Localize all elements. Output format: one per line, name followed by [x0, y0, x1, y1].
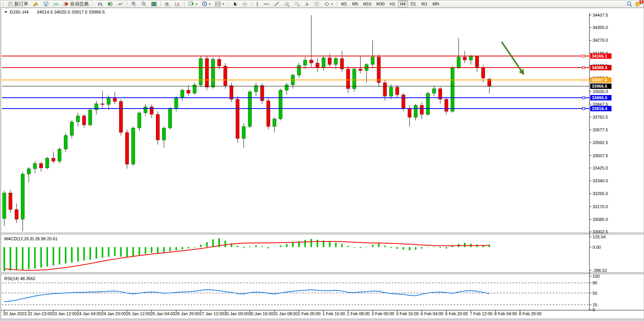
candle-up — [33, 163, 37, 169]
toolbar-separator — [337, 1, 337, 7]
hline-price-label: 34089.4 — [592, 65, 608, 70]
candle-up — [322, 58, 325, 67]
toolbar-separator — [251, 1, 252, 7]
fibonacci-button[interactable]: F — [292, 0, 302, 8]
arrows-tool-icon — [324, 2, 330, 7]
rsi-tick-label: 100 — [593, 274, 600, 279]
candle-down — [463, 57, 466, 60]
add-indicator-icon — [188, 1, 194, 7]
timeframe-button-m5[interactable]: M5 — [350, 0, 360, 7]
toolbar-grip[interactable] — [227, 1, 229, 7]
market-watch-button[interactable] — [41, 0, 51, 8]
cursor-button[interactable] — [231, 0, 239, 8]
arrows-button[interactable]: ▾ — [322, 0, 335, 8]
text-button[interactable]: A — [303, 0, 311, 8]
zoom-in-button[interactable] — [129, 0, 138, 8]
paint-bucket-icon — [33, 2, 39, 7]
vertical-line-button[interactable] — [254, 0, 261, 8]
tile-windows-button[interactable] — [149, 0, 159, 8]
candle-up — [414, 105, 417, 117]
rsi-tick-label: 0 — [593, 307, 595, 312]
time-tick-label: 3 Feb 16:00 — [396, 311, 419, 316]
hline-handle[interactable] — [583, 79, 585, 81]
hline-price-label: 33966.5 — [592, 84, 607, 88]
styles-button[interactable] — [31, 0, 41, 8]
notifications-icon[interactable]: 1 — [635, 1, 641, 7]
candle-up — [144, 107, 147, 113]
time-tick-label: 25 Jan 12:00 — [126, 311, 151, 316]
signal-icon — [53, 2, 59, 7]
auto-trading-icon — [63, 2, 69, 7]
timeframe-button-d1[interactable]: D1 — [408, 0, 419, 7]
price-tick-label: 33340.0 — [593, 178, 608, 183]
candle-down — [230, 86, 233, 99]
timeframe-button-w1[interactable]: W1 — [419, 0, 430, 7]
timeframe-button-h1[interactable]: H1 — [387, 0, 397, 7]
candle-down — [224, 66, 227, 86]
new-order-button[interactable]: 新订单 — [6, 0, 30, 8]
toolbar-grip[interactable] — [3, 1, 5, 7]
candle-up — [273, 119, 276, 127]
indicators-button[interactable]: ▾ — [186, 0, 199, 8]
time-tick-label: 6 Feb 04:00 — [421, 311, 444, 316]
time-tick-label: 20 Jan 2023 — [3, 311, 27, 316]
timeframe-button-mn[interactable]: MN — [430, 0, 441, 7]
notification-badge: 1 — [639, 0, 644, 4]
candle-up — [174, 98, 178, 108]
horizontal-line-button[interactable] — [261, 0, 271, 8]
time-tick-label: 26 Jan 04:00 — [150, 311, 175, 316]
candlestick-chart-button[interactable] — [106, 0, 115, 8]
hline-handle[interactable] — [583, 55, 585, 57]
candle-down — [236, 99, 239, 139]
templates-button[interactable]: ▾ — [213, 0, 226, 8]
equidistant-channel-button[interactable]: E — [282, 0, 292, 8]
candle-up — [279, 90, 282, 119]
timeframe-button-h4[interactable]: H4 — [398, 0, 408, 7]
candle-down — [359, 69, 362, 71]
text-label-button[interactable]: T — [312, 0, 321, 8]
candle-down — [260, 86, 264, 101]
hline-handle[interactable] — [583, 66, 585, 69]
trendline-button[interactable] — [272, 0, 281, 8]
auto-trading-button[interactable]: 自动交易 — [61, 0, 91, 8]
tile-windows-icon — [151, 2, 157, 7]
periods-button[interactable]: ▾ — [200, 0, 212, 8]
candle-down — [125, 132, 129, 164]
toolbar-separator — [161, 1, 161, 7]
candle-down — [15, 209, 18, 219]
chart-canvas[interactable]: 34437.534355.034270.034185.034102.534020… — [1, 8, 644, 319]
crosshair-button[interactable] — [240, 0, 249, 8]
signals-button[interactable] — [51, 0, 61, 8]
timeframe-button-m1[interactable]: M1 — [339, 0, 349, 7]
zoom-out-button[interactable] — [139, 0, 149, 8]
price-tick-label: 33930.0 — [593, 89, 608, 94]
toolbar-right-group: 1 — [626, 1, 642, 7]
chart-shift-button[interactable] — [173, 0, 182, 8]
toolbar-grip[interactable] — [92, 1, 94, 7]
candle-down — [187, 90, 190, 93]
hline-handle[interactable] — [583, 97, 585, 99]
timeframe-button-m30[interactable]: M30 — [374, 0, 387, 7]
bar-chart-button[interactable] — [96, 0, 105, 8]
arrow-shaft[interactable] — [502, 42, 524, 74]
search-icon[interactable] — [626, 1, 632, 7]
candle-up — [199, 58, 203, 85]
price-tick-label: 33677.5 — [593, 127, 608, 132]
terminal-window: 新订单 自动交易 — [0, 0, 644, 321]
line-chart-button[interactable] — [116, 0, 125, 8]
timeframe-button-m15[interactable]: M15 — [361, 0, 374, 7]
candle-down — [266, 101, 270, 126]
hline-price-label: 33818.4 — [592, 106, 608, 111]
symbol-dropdown-icon[interactable] — [4, 11, 7, 13]
auto-scroll-button[interactable] — [163, 0, 172, 8]
candle-down — [482, 68, 485, 78]
main-toolbar: 新订单 自动交易 — [0, 0, 644, 8]
hline-handle[interactable] — [583, 107, 585, 110]
toolbar-separator — [184, 1, 184, 7]
candle-up — [181, 90, 184, 98]
svg-text:T: T — [316, 2, 318, 6]
time-axis[interactable]: 20 Jan 202322 Jan 23:0023 Jan 12:0024 Ja… — [1, 310, 644, 316]
annotation-arrow[interactable] — [502, 42, 524, 75]
horizontal-lines[interactable] — [2, 55, 589, 110]
candle-up — [64, 136, 67, 149]
